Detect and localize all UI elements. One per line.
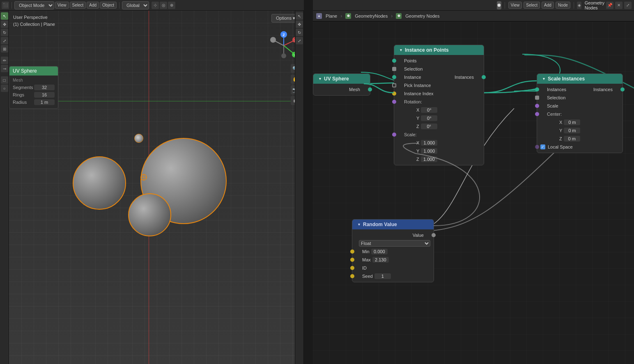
viewport-left[interactable]: User Perspective (1) Collection | Plane … [9,11,304,364]
si-scale-socket[interactable] [535,104,539,108]
si-local-space-socket[interactable] [535,145,539,149]
rotate-tool-icon[interactable]: ↻ [1,29,8,36]
rotation-socket[interactable] [392,100,396,104]
points-input-socket[interactable] [392,59,396,63]
pin-icon[interactable]: 📌 [606,2,613,9]
selection-row: Selection [394,65,484,73]
add-menu-btn[interactable]: Add [87,2,99,9]
rv-value-row: Value [352,231,434,239]
right-editor-type-icon[interactable]: ⬟ [497,1,501,9]
si-instances-input-socket[interactable] [535,87,539,92]
iop-collapse-icon[interactable]: ▾ [398,48,403,53]
breadcrumb-arrow-2: › [391,13,393,19]
measure-tool-icon[interactable]: ⊸ [1,65,8,72]
geo-nodes-editor-icon[interactable]: ◈ [577,2,581,9]
rot-y-value[interactable]: 0° [421,115,437,121]
sep-icon-1[interactable]: ↖ [296,12,303,20]
right-add-btn[interactable]: Add [542,2,554,9]
si-collapse-icon[interactable]: ▾ [541,76,546,81]
scale-z-value[interactable]: 1.000 [421,156,437,162]
rv-value-label: Value [356,233,424,238]
si-cx-value[interactable]: 0 m [564,119,580,125]
rv-max-value[interactable]: 2.130 [372,257,389,263]
random-value-header: ▾ Random Value [352,220,434,229]
si-cz-row: Z 0 m [549,135,623,143]
si-local-space-checkbox[interactable]: ✓ [540,144,545,149]
uv-sphere-collapse-icon[interactable]: ▾ [317,76,322,81]
proportional-icon[interactable]: ◎ [160,2,167,9]
instance-input-socket[interactable] [392,75,396,79]
sep-icon-4[interactable]: ⤢ [296,37,303,44]
si-selection-socket[interactable] [535,96,539,100]
scale-x-label: X [416,140,419,145]
mesh-output-socket[interactable] [368,87,372,92]
rv-collapse-icon[interactable]: ▾ [356,222,361,227]
scale-y-value[interactable]: 1.000 [421,148,437,154]
editor-type-icon[interactable]: ⬛ [2,2,9,9]
rot-z-value[interactable]: 0° [421,124,437,129]
scale-socket[interactable] [392,133,396,137]
rings-value[interactable]: 16 [34,92,55,98]
close-editor-icon[interactable]: ✕ [615,2,623,9]
instance-on-points-node[interactable]: ▾ Instance on Points Points Selection In… [394,45,484,165]
random-value-node[interactable]: ▾ Random Value Value Float Min 0.000 [352,219,434,282]
pick-instance-label: Pick Instance [404,83,431,88]
rot-x-value[interactable]: 0° [421,107,437,113]
viewport-gizmo[interactable]: Z X Y [269,31,298,60]
sphere-medium-bottom[interactable] [128,193,171,236]
scale-tool-icon[interactable]: ⤢ [1,37,8,44]
right-view-btn[interactable]: View [508,2,522,9]
object-menu-btn[interactable]: Object [100,2,117,9]
radius-value[interactable]: 1 m [34,99,55,105]
pick-instance-socket[interactable] [392,83,396,87]
rv-min-value[interactable]: 0.000 [371,249,388,254]
rv-seed-value[interactable]: 1 [374,273,391,279]
sep-icon-2[interactable]: ✥ [296,21,303,28]
annotate-tool-icon[interactable]: ✏ [1,57,8,64]
breadcrumb-geo-nodes-2[interactable]: Geometry Nodes [405,14,439,18]
scale-x-value[interactable]: 1.000 [421,140,437,146]
rv-type-select[interactable]: Float [359,240,430,247]
si-local-space-label: Local Space [548,144,573,149]
si-cy-value[interactable]: 0 m [564,128,580,133]
transform-select[interactable]: Global [122,1,149,9]
rv-id-socket[interactable] [350,266,354,270]
fullscreen-icon[interactable]: ⤢ [624,2,632,9]
cursor-tool-icon[interactable]: ↖ [1,12,8,20]
add-cube-icon[interactable]: □ [1,76,8,84]
instance-index-socket[interactable] [392,92,396,96]
uv-sphere-node[interactable]: ▾ UV Sphere Mesh [313,73,370,96]
uv-sphere-title: UV Sphere [9,66,58,76]
object-mode-select[interactable]: Object Mode [14,1,54,9]
rv-seed-socket[interactable] [350,274,354,278]
select-menu-btn[interactable]: Select [70,2,86,9]
transform-tool-icon[interactable]: ⊞ [1,45,8,53]
si-center-socket[interactable] [535,112,539,116]
rot-y-row: Y 0° [407,114,484,122]
si-cz-value[interactable]: 0 m [564,136,580,142]
rv-min-socket[interactable] [350,250,354,254]
sphere-medium-left[interactable] [73,156,126,210]
scale-instances-node[interactable]: ▾ Scale Instances Instances Instances Se… [537,73,623,153]
rv-max-label: Max [362,257,371,262]
rv-title: Random Value [363,222,397,227]
pivot-icon[interactable]: ⊕ [168,2,175,9]
rv-value-socket[interactable] [432,233,436,237]
breadcrumb-geo-nodes-1[interactable]: GeometryNodes [355,14,388,18]
segments-value[interactable]: 32 [34,85,55,90]
add-sphere-icon[interactable]: ○ [1,85,8,92]
sep-icon-3[interactable]: ↻ [296,29,303,36]
snap-icon[interactable]: ⊹ [152,2,159,9]
scale-section-row: Scale: [394,130,484,139]
rv-max-socket[interactable] [350,258,354,262]
si-center-row: Center: [537,110,623,118]
instances-output-socket[interactable] [482,75,486,79]
selection-input-socket[interactable] [392,67,396,71]
si-instances-output-socket[interactable] [620,87,625,92]
right-node-btn[interactable]: Node [556,2,570,9]
breadcrumb-plane[interactable]: Plane [326,14,337,18]
right-select-btn[interactable]: Select [524,2,540,9]
node-canvas[interactable]: ▾ UV Sphere Mesh ▾ Instance on Points Po… [313,22,634,364]
view-menu-btn[interactable]: View [55,2,69,9]
move-tool-icon[interactable]: ✥ [1,21,8,28]
